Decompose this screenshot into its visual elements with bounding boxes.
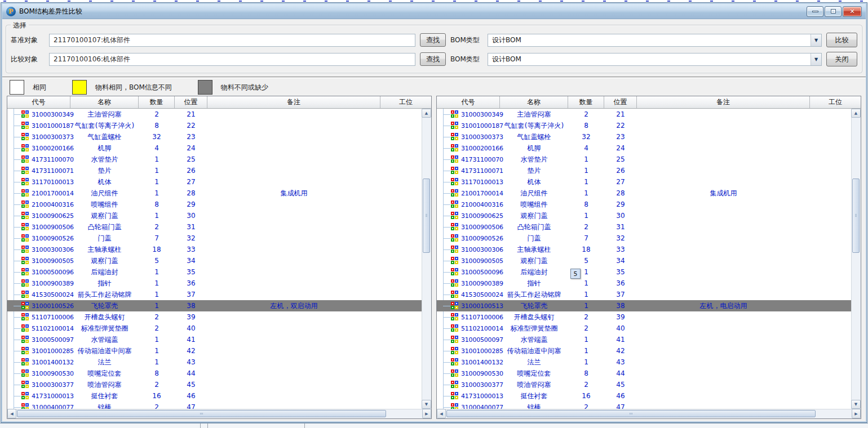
chevron-down-icon[interactable]: ▼ <box>811 34 821 46</box>
column-header-remark[interactable]: 备注 <box>637 96 810 108</box>
bom-item-icon <box>21 257 30 265</box>
table-row[interactable]: 31000500097水管端盖141 <box>437 334 851 345</box>
column-header-code[interactable]: 代号 <box>437 96 500 108</box>
table-row[interactable]: 31000400077锌棒247 <box>437 402 851 409</box>
table-row[interactable]: 21001700014油尺组件128集成机用 <box>7 188 422 199</box>
table-row[interactable]: 31000900505观察门盖534 <box>437 255 851 266</box>
compare-button[interactable]: 比较 <box>826 33 857 47</box>
table-row[interactable]: 51102100014标准型弹簧垫圈240 <box>437 323 851 334</box>
column-header-qty[interactable]: 数量 <box>568 96 604 108</box>
tree-branch-line <box>443 306 450 306</box>
table-row[interactable]: 31000200166机脚424 <box>7 142 422 154</box>
scrollbar-thumb[interactable] <box>17 410 386 417</box>
table-row[interactable]: 31170100013机体127 <box>437 176 851 188</box>
table-row[interactable]: 31001000285传动箱油道中间塞142 <box>7 345 422 356</box>
table-row[interactable]: 31000100513飞轮罩壳138左机，电启动用 <box>437 300 851 311</box>
scroll-down-icon[interactable]: ▼ <box>851 400 861 409</box>
table-row[interactable]: 31000500097水管端盖141 <box>7 334 422 345</box>
compare-search-button[interactable]: 查找 <box>420 52 446 66</box>
table-row[interactable]: 31000900505观察门盖534 <box>7 255 422 266</box>
table-row[interactable]: 41731100071垫片126 <box>7 165 422 176</box>
scrollbar-thumb[interactable] <box>852 179 860 253</box>
base-object-input[interactable]: 21170100107:机体部件 <box>49 34 415 47</box>
table-row[interactable]: 21000400316喷嘴组件829 <box>7 199 422 210</box>
scroll-right-icon[interactable]: ▶ <box>422 409 431 418</box>
table-row[interactable]: 31000300373气缸盖螺栓3223 <box>7 131 422 142</box>
table-row[interactable]: 31001000187气缸套(等离子淬火)822 <box>437 120 851 131</box>
scroll-up-icon[interactable]: ▲ <box>851 109 861 118</box>
table-row[interactable]: 51107100006开槽盘头螺钉239 <box>437 311 851 323</box>
compare-bomtype-select[interactable]: 设计BOM ▼ <box>488 53 822 66</box>
column-header-remark[interactable]: 备注 <box>207 96 380 108</box>
table-row[interactable]: 31000900530喷嘴定位套844 <box>437 368 851 379</box>
chevron-down-icon[interactable]: ▼ <box>811 54 821 65</box>
table-row[interactable]: 31000900625观察门盖130 <box>437 210 851 221</box>
scroll-left-icon[interactable]: ◀ <box>7 409 16 418</box>
column-header-station[interactable]: 工位 <box>810 96 861 108</box>
close-button[interactable]: ✕ <box>843 6 862 17</box>
table-row[interactable]: 41731100070水管垫片125 <box>7 154 422 165</box>
table-row[interactable]: 31000100526飞轮罩壳138左机，双启动用 <box>7 300 422 311</box>
base-bomtype-select[interactable]: 设计BOM ▼ <box>488 34 822 47</box>
table-row[interactable]: 31000900625观察门盖130 <box>7 210 422 221</box>
table-row[interactable]: 31000900389指针136 <box>7 278 422 289</box>
tree-branch-line <box>14 362 21 363</box>
table-row[interactable]: 31001400132法兰143 <box>437 356 851 368</box>
table-row[interactable]: 41731100070水管垫片125 <box>437 154 851 165</box>
titlebar[interactable]: BOM结构差异性比较 ✕ <box>2 4 866 19</box>
close-dialog-button[interactable]: 关闭 <box>826 52 857 66</box>
column-header-name[interactable]: 名称 <box>70 96 139 108</box>
table-row[interactable]: 41731000013挺住衬套1646 <box>437 390 851 402</box>
vertical-scrollbar[interactable]: ▲ ▼ <box>851 109 861 409</box>
table-row[interactable]: 51107100006开槽盘头螺钉239 <box>7 311 422 323</box>
table-row[interactable]: 31170100013机体127 <box>7 176 422 188</box>
table-row[interactable]: 31000400077锌棒247 <box>7 402 422 409</box>
table-row[interactable]: 31000900389指针136 <box>437 278 851 289</box>
table-row[interactable]: 31001000285传动箱油道中间塞142 <box>437 345 851 356</box>
table-row[interactable]: 51102100014标准型弹簧垫圈240 <box>7 323 422 334</box>
column-header-name[interactable]: 名称 <box>500 96 568 108</box>
scrollbar-thumb[interactable] <box>423 179 430 253</box>
column-header-pos[interactable]: 位置 <box>175 96 207 108</box>
table-row[interactable]: 31000300377喷油管闷塞245 <box>7 379 422 390</box>
table-row[interactable]: 31000300377喷油管闷塞245 <box>437 379 851 390</box>
minimize-button[interactable] <box>807 6 823 17</box>
table-row[interactable]: 31000500096后端油封135 <box>437 266 851 278</box>
table-row[interactable]: 31001000187气缸套(等离子淬火)822 <box>7 120 422 131</box>
table-row[interactable]: 31000500096后端油封135 <box>7 266 422 278</box>
table-row[interactable]: 31000900526门盖732 <box>437 233 851 244</box>
base-search-button[interactable]: 查找 <box>420 33 446 47</box>
scrollbar-thumb[interactable] <box>446 410 816 417</box>
table-row[interactable]: 31000300349主油管闷塞221 <box>437 109 851 120</box>
table-row[interactable]: 41530500024箭头工作起动铭牌137 <box>437 289 851 300</box>
compare-object-input[interactable]: 21170100106:机体部件 <box>49 53 415 66</box>
column-header-station[interactable]: 工位 <box>380 96 431 108</box>
horizontal-scrollbar[interactable]: ◀ ▶ <box>437 409 861 418</box>
table-row[interactable]: 31000300306主轴承螺柱1833 <box>437 244 851 255</box>
table-row[interactable]: 31000900506凸轮箱门盖231 <box>7 221 422 233</box>
table-row[interactable]: 31000900530喷嘴定位套844 <box>7 368 422 379</box>
scroll-up-icon[interactable]: ▲ <box>422 109 431 118</box>
restore-button[interactable] <box>825 6 842 17</box>
table-row[interactable]: 31000300373气缸盖螺栓3223 <box>437 131 851 142</box>
vertical-scrollbar[interactable]: ▲ ▼ <box>422 109 431 409</box>
column-header-code[interactable]: 代号 <box>7 96 70 108</box>
table-row[interactable]: 31000900506凸轮箱门盖231 <box>437 221 851 233</box>
scroll-left-icon[interactable]: ◀ <box>437 409 446 418</box>
table-row[interactable]: 31000900526门盖732 <box>7 233 422 244</box>
table-row[interactable]: 31000200166机脚424 <box>437 142 851 154</box>
table-row[interactable]: 41731000013挺住衬套1646 <box>7 390 422 402</box>
column-header-pos[interactable]: 位置 <box>604 96 637 108</box>
scroll-down-icon[interactable]: ▼ <box>422 400 431 409</box>
scroll-right-icon[interactable]: ▶ <box>852 409 861 418</box>
table-row[interactable]: 31001400132法兰143 <box>7 356 422 368</box>
bom-item-icon <box>21 110 30 118</box>
table-row[interactable]: 21001700014油尺组件128集成机用 <box>437 188 851 199</box>
table-row[interactable]: 41731100071垫片126 <box>437 165 851 176</box>
horizontal-scrollbar[interactable]: ◀ ▶ <box>7 409 431 418</box>
table-row[interactable]: 31000300349主油管闷塞221 <box>7 109 422 120</box>
column-header-qty[interactable]: 数量 <box>139 96 175 108</box>
table-row[interactable]: 31000300306主轴承螺柱1833 <box>7 244 422 255</box>
table-row[interactable]: 41530500024箭头工作起动铭牌137 <box>7 289 422 300</box>
table-row[interactable]: 21000400316喷嘴组件829 <box>437 199 851 210</box>
